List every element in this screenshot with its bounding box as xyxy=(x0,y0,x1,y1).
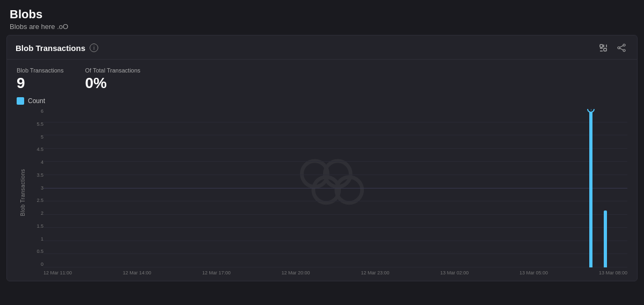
page-header: Blobs Blobs are here .oO xyxy=(0,0,644,35)
expand-icon xyxy=(599,43,608,52)
grid-line xyxy=(43,214,627,215)
svg-point-7 xyxy=(618,47,620,49)
blob-transactions-card: Blob Transactions i xyxy=(6,35,638,281)
svg-point-8 xyxy=(623,49,625,52)
svg-point-14 xyxy=(336,177,362,202)
grid-line xyxy=(43,135,627,135)
y-tick-label: 4 xyxy=(28,160,43,165)
expand-button[interactable] xyxy=(596,42,610,54)
grid-line xyxy=(43,188,627,188)
x-tick-label: 13 Mar 05:00 xyxy=(519,270,548,275)
y-tick-label: 6 xyxy=(28,109,43,114)
chart-plot: 00.511.522.533.544.555.56 xyxy=(28,109,627,275)
blob-transactions-metric: Blob Transactions 9 xyxy=(17,67,63,92)
grid-line xyxy=(43,161,627,162)
grid-line xyxy=(43,148,627,149)
y-axis-label-container: Blob Transactions xyxy=(17,109,28,275)
card-header: Blob Transactions i xyxy=(7,35,637,60)
svg-point-13 xyxy=(313,177,339,202)
grid-line xyxy=(43,241,627,241)
grid-line xyxy=(43,253,627,254)
y-tick-label: 3 xyxy=(28,186,43,191)
card-title-row: Blob Transactions i xyxy=(16,43,98,53)
grid-and-bars: i xyxy=(43,109,627,267)
grid-line xyxy=(43,122,627,122)
legend-label: Count xyxy=(28,97,45,105)
grid-line xyxy=(43,267,627,267)
chart-bar xyxy=(604,210,607,267)
svg-rect-1 xyxy=(604,48,606,51)
y-tick-label: 3.5 xyxy=(28,173,43,178)
svg-point-12 xyxy=(325,161,350,186)
x-tick-label: 13 Mar 02:00 xyxy=(440,270,469,275)
grid-line xyxy=(43,175,627,175)
y-tick-label: 0 xyxy=(28,262,43,267)
page-subtitle: Blobs are here .oO xyxy=(10,23,634,31)
x-tick-label: 12 Mar 11:00 xyxy=(43,270,72,275)
svg-line-10 xyxy=(620,48,623,50)
of-total-metric: Of Total Transactions 0% xyxy=(85,67,140,92)
y-tick-label: 5.5 xyxy=(28,122,43,127)
of-total-value: 0% xyxy=(85,75,140,92)
y-tick-label: 1 xyxy=(28,237,43,242)
share-icon xyxy=(617,43,626,52)
blob-transactions-label: Blob Transactions xyxy=(17,67,63,74)
legend-row: Count xyxy=(7,97,637,109)
y-ticks-and-grid: 00.511.522.533.544.555.56 xyxy=(28,109,627,267)
page-title: Blobs xyxy=(10,8,634,21)
watermark xyxy=(287,148,384,215)
card-title: Blob Transactions xyxy=(16,43,85,53)
chart-bar: i xyxy=(589,109,592,267)
svg-point-11 xyxy=(302,161,327,186)
x-tick-label: 12 Mar 17:00 xyxy=(202,270,231,275)
metrics-row: Blob Transactions 9 Of Total Transaction… xyxy=(7,60,637,97)
y-tick-label: 4.5 xyxy=(28,147,43,152)
y-tick-label: 0.5 xyxy=(28,249,43,254)
x-tick-label: 12 Mar 14:00 xyxy=(123,270,151,275)
y-axis-label: Blob Transactions xyxy=(20,169,26,216)
svg-line-9 xyxy=(620,46,623,47)
x-tick-label: 12 Mar 20:00 xyxy=(282,270,310,275)
y-tick-label: 2.5 xyxy=(28,198,43,203)
y-tick-label: 5 xyxy=(28,135,43,140)
chart-area: Blob Transactions 00.511.522.533.544.555… xyxy=(7,109,637,281)
svg-point-6 xyxy=(623,44,625,46)
info-icon[interactable]: i xyxy=(90,43,98,52)
tooltip-dot: i xyxy=(587,109,595,113)
x-axis: 12 Mar 11:0012 Mar 14:0012 Mar 17:0012 M… xyxy=(28,267,627,275)
of-total-label: Of Total Transactions xyxy=(85,67,140,74)
svg-rect-0 xyxy=(600,45,603,47)
y-tick-labels: 00.511.522.533.544.555.56 xyxy=(28,109,43,267)
grid-line xyxy=(43,227,627,228)
y-tick-label: 2 xyxy=(28,211,43,216)
card-actions xyxy=(596,42,628,54)
x-tick-label: 12 Mar 23:00 xyxy=(361,270,389,275)
x-tick-label: 13 Mar 08:00 xyxy=(599,270,627,275)
legend-swatch xyxy=(17,97,24,105)
share-button[interactable] xyxy=(614,42,628,54)
y-tick-label: 1.5 xyxy=(28,224,43,229)
grid-line xyxy=(43,201,627,201)
blob-transactions-value: 9 xyxy=(17,75,63,92)
chart-inner: Blob Transactions 00.511.522.533.544.555… xyxy=(17,109,627,275)
